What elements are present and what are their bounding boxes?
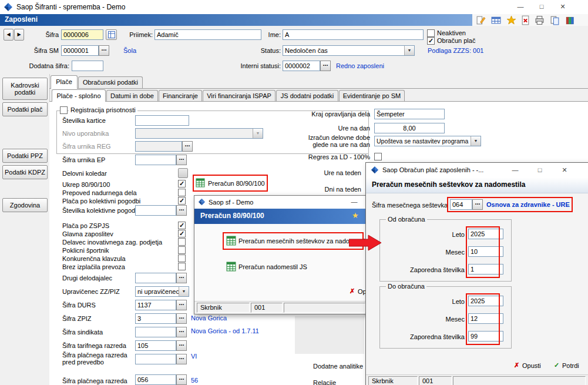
preracun-80-90-100-button[interactable]: Preračun 80/90/100 <box>195 177 266 190</box>
kolektivna-checkbox[interactable]: ✓ <box>178 197 186 205</box>
delete-document-icon[interactable] <box>520 15 530 25</box>
maximize-button[interactable]: □ <box>533 1 550 12</box>
subtab-financiranje[interactable]: Financiranje <box>159 90 202 101</box>
minimize-button[interactable]: — <box>512 1 529 12</box>
sidebar-item-zgodovina[interactable]: Zgodovina <box>2 198 48 212</box>
sindikat-input[interactable] <box>135 327 176 337</box>
sportnik-label: Poklicni športnik <box>62 247 109 255</box>
copy-icon[interactable] <box>550 15 560 25</box>
sidebar-item-podatki-ppz[interactable]: Podatki PPZ <box>2 149 48 163</box>
izracun-select[interactable]: Upošteva se nastavitev programa ▼ <box>374 136 481 146</box>
grid-lookup-icon <box>108 31 115 38</box>
status-select[interactable]: Nedoločen čas ▼ <box>283 45 415 56</box>
sportnik-checkbox[interactable] <box>178 246 186 254</box>
durs-lookup-button[interactable]: ... <box>176 300 187 310</box>
zpiz-input[interactable]: 3 <box>135 313 176 324</box>
prepoved-checkbox[interactable] <box>178 189 186 196</box>
sidebar-item-podatki-kdpz[interactable]: Podatki KDPZ <box>2 165 48 179</box>
sifra-urnika-reg-lookup-button[interactable]: ... <box>182 141 193 152</box>
sidebar-item-kadrovski-podatki[interactable]: Kadrovski podatki <box>2 78 48 100</box>
dialog1-item-preracun-sestevkov[interactable]: Preračun mesečnih seštevkov za nadomesti… <box>226 235 364 249</box>
kraj-input[interactable]: Šempeter <box>374 109 445 119</box>
tab-place[interactable]: Plače <box>51 75 78 89</box>
od-mesec-input[interactable]: 10 <box>468 246 503 257</box>
edit-icon[interactable] <box>476 15 486 25</box>
registracija-checkbox[interactable] <box>60 106 68 114</box>
stevilka-kolektivne-lookup-button[interactable]: ... <box>176 205 187 216</box>
placni-input[interactable]: 056 <box>135 374 176 385</box>
subtab-evidentiranje-po-sm[interactable]: Evidentiranje po SM <box>339 90 405 101</box>
ure-na-dan-input[interactable]: 8,00 <box>374 123 445 133</box>
delovni-koledar-button[interactable] <box>178 168 188 178</box>
dodatna-sifra-input[interactable] <box>72 61 103 71</box>
close-button[interactable]: ✕ <box>555 1 571 12</box>
stevilka-kartice-input[interactable] <box>135 115 189 126</box>
placni-lookup-button[interactable]: ... <box>176 374 187 385</box>
status-user: Skrbnik <box>197 303 250 313</box>
calc-grid-icon <box>226 262 236 272</box>
table-icon[interactable] <box>491 15 501 25</box>
subtab-place-splosno[interactable]: Plače - splošno <box>52 89 106 102</box>
dialog1-minimize-button[interactable]: — <box>347 197 361 207</box>
drugi-delodajalec-input[interactable] <box>135 273 176 283</box>
star-icon[interactable]: ★ <box>352 212 359 219</box>
dialog2-potrdi-button[interactable]: ✓ Potrdi <box>554 361 588 371</box>
do-leto-input[interactable]: 2025 <box>468 296 503 306</box>
tab-obracunski-podatki[interactable]: Obračunski podatki <box>78 76 143 88</box>
neaktiven-checkbox[interactable] <box>427 29 435 37</box>
next-record-button[interactable]: ▶ <box>14 29 24 41</box>
do-mesec-label: Mesec <box>424 316 465 323</box>
previous-record-button[interactable]: ◀ <box>4 29 14 41</box>
interni-statusi-input[interactable]: 0000002 <box>283 61 320 71</box>
placni-pred-input[interactable] <box>135 354 176 364</box>
tarifni-input[interactable]: 105 <box>135 340 176 351</box>
priimek-input[interactable]: Adamič <box>154 29 261 40</box>
dialog2-maximize-button[interactable]: □ <box>532 165 548 176</box>
dialog2-minimize-button[interactable]: — <box>507 165 523 176</box>
stevilka-kolektivne-input[interactable] <box>135 205 176 216</box>
sidebar-item-podatki-plac[interactable]: Podatki plač <box>2 102 48 116</box>
obracun-plac-checkbox[interactable]: ✓ <box>427 37 435 45</box>
ime-input[interactable]: A <box>283 29 424 40</box>
upravicenec-value: ni upravičenec <box>137 288 179 295</box>
help-books-icon[interactable] <box>565 15 575 25</box>
do-mesec-input[interactable]: 12 <box>468 313 503 324</box>
registracija-legend: Registracija prisotnosti <box>69 106 137 113</box>
zspjs-checkbox[interactable]: ✓ <box>178 222 186 229</box>
delavec-checkbox[interactable] <box>178 238 186 246</box>
interni-statusi-lookup-button[interactable]: ... <box>320 61 331 71</box>
prevoz-checkbox[interactable] <box>178 263 186 270</box>
subtab-viri-financiranja-ispap[interactable]: Viri financiranja ISPAP <box>203 90 275 101</box>
do-zaporedna-input[interactable]: 99 <box>468 331 503 342</box>
sindikat-label: Šifra sindikata <box>62 329 103 336</box>
regres-checkbox[interactable] <box>374 153 382 160</box>
klavzula-checkbox[interactable] <box>178 255 186 262</box>
ukrep-checkbox[interactable]: ✓ <box>178 180 186 188</box>
print-icon[interactable] <box>535 15 545 25</box>
subtab-js-dodatni-podatki[interactable]: JS dodatni podatki <box>276 90 338 101</box>
sestevek-input[interactable]: 064 <box>450 199 472 210</box>
placni-pred-lookup-button[interactable]: ... <box>176 354 187 364</box>
sindikat-lookup-button[interactable]: ... <box>176 327 187 337</box>
sifra-input[interactable]: 0000006 <box>61 29 103 40</box>
dialog2-opusti-button[interactable]: ✗ Opusti <box>514 361 548 371</box>
od-zaporedna-input[interactable]: 1 <box>468 264 503 274</box>
dialog2-close-button[interactable]: ✕ <box>556 165 573 176</box>
glavna-checkbox[interactable]: ✓ <box>178 230 186 237</box>
subtab-datumi-in-dobe[interactable]: Datumi in dobe <box>106 90 158 101</box>
sestevek-lookup-button[interactable]: ... <box>472 199 483 210</box>
record-lookup-button[interactable] <box>106 29 117 40</box>
durs-input[interactable]: 1137 <box>135 300 176 310</box>
od-leto-input[interactable]: 2025 <box>468 229 503 239</box>
sifra-urnika-ep-input[interactable] <box>135 155 176 165</box>
drugi-delodajalec-lookup-button[interactable]: ... <box>176 273 187 283</box>
sifra-sm-lookup-button[interactable]: ... <box>99 45 109 56</box>
sifra-sm-input[interactable]: 0000001 <box>61 45 99 56</box>
tarifni-lookup-button[interactable]: ... <box>176 340 187 351</box>
subtab-label: Viri financiranja ISPAP <box>207 92 271 99</box>
sifra-urnika-ep-lookup-button[interactable]: ... <box>176 155 187 165</box>
zpiz-lookup-button[interactable]: ... <box>176 313 187 324</box>
upravicenec-select[interactable]: ni upravičenec ▼ <box>135 286 189 297</box>
dialog1-item-preracun-nadomestil-js[interactable]: Preračun nadomestil JS <box>226 260 364 274</box>
favorites-star-icon[interactable] <box>506 15 516 25</box>
